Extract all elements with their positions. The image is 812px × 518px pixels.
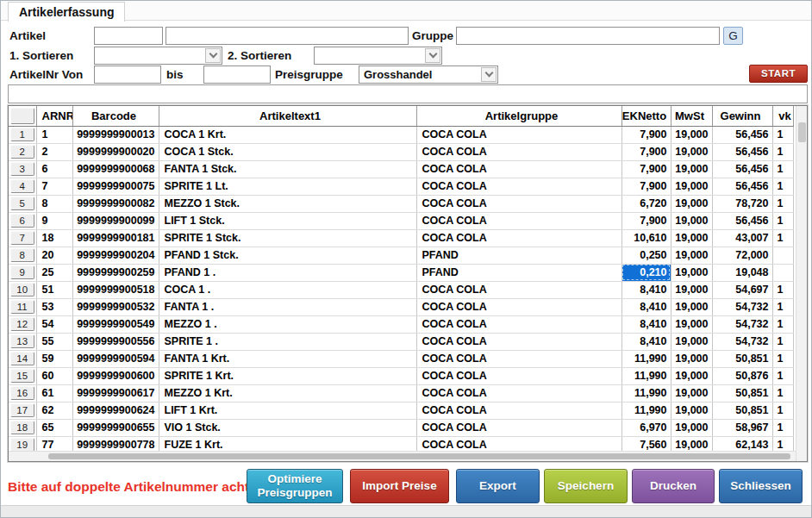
import-preise-button[interactable]: Import Preise [350, 469, 449, 503]
cell-text[interactable]: LIFT 1 Krt. [159, 402, 416, 419]
cell-gruppe[interactable]: COCA COLA [416, 229, 621, 247]
header-gewinn[interactable]: Gewinn [712, 106, 772, 126]
horizontal-scrollbar-thumb[interactable] [48, 453, 790, 459]
cell-gruppe[interactable]: COCA COLA [416, 350, 621, 367]
row-number-cell[interactable]: 7 [9, 229, 36, 247]
cell-arnr[interactable]: 9 [36, 212, 72, 229]
cell-gruppe[interactable]: COCA COLA [416, 143, 621, 160]
row-number-cell[interactable]: 5 [9, 195, 36, 212]
cell-ek[interactable]: 10,610 [621, 229, 671, 247]
cell-text[interactable]: FANTA 1 . [159, 298, 416, 315]
cell-gewinn[interactable]: 54,732 [712, 333, 772, 350]
cell-vk[interactable]: 1 [772, 212, 793, 229]
cell-arnr[interactable]: 6 [36, 160, 72, 178]
cell-mwst[interactable]: 19,000 [671, 298, 712, 315]
tab-artikelerfassung[interactable]: Artikelerfassung [8, 2, 125, 22]
cell-mwst[interactable]: 19,000 [671, 229, 712, 247]
cell-vk[interactable]: 1 [772, 178, 793, 195]
cell-gewinn[interactable]: 19,048 [712, 264, 772, 281]
cell-ek[interactable]: 6,720 [621, 195, 671, 212]
sort1-dropdown[interactable] [94, 47, 222, 65]
cell-text[interactable]: MEZZO 1 . [159, 315, 416, 333]
cell-arnr[interactable]: 25 [36, 264, 72, 281]
cell-mwst[interactable]: 19,000 [671, 419, 712, 436]
cell-barcode[interactable]: 9999999900082 [72, 195, 159, 212]
row-number-cell[interactable]: 10 [9, 281, 36, 298]
cell-text[interactable]: COCA 1 Stck. [159, 143, 416, 160]
cell-mwst[interactable]: 19,000 [671, 126, 712, 143]
cell-text[interactable]: PFAND 1 . [159, 264, 416, 281]
cell-ek[interactable]: 0,210 [621, 264, 671, 281]
cell-ek[interactable]: 11,990 [621, 384, 671, 402]
cell-mwst[interactable]: 19,000 [671, 212, 712, 229]
gruppe-input[interactable] [456, 27, 720, 45]
speichern-button[interactable]: Speichern [544, 469, 628, 503]
cell-gruppe[interactable]: COCA COLA [416, 195, 621, 212]
cell-barcode[interactable]: 9999999900556 [72, 333, 159, 350]
schliessen-button[interactable]: Schliessen [719, 469, 803, 503]
export-button[interactable]: Export [456, 469, 540, 503]
header-barcode[interactable]: Barcode [72, 106, 159, 126]
cell-mwst[interactable]: 19,000 [671, 402, 712, 419]
cell-barcode[interactable]: 9999999900259 [72, 264, 159, 281]
cell-barcode[interactable]: 9999999900600 [72, 367, 159, 384]
row-number-cell[interactable]: 14 [9, 350, 36, 367]
row-number-cell[interactable]: 16 [9, 384, 36, 402]
cell-gewinn[interactable]: 54,697 [712, 281, 772, 298]
cell-gewinn[interactable]: 72,000 [712, 247, 772, 264]
cell-text[interactable]: FANTA 1 Stck. [159, 160, 416, 178]
cell-barcode[interactable]: 9999999900518 [72, 281, 159, 298]
cell-mwst[interactable]: 19,000 [671, 350, 712, 367]
cell-arnr[interactable]: 53 [36, 298, 72, 315]
cell-vk[interactable]: 1 [772, 367, 793, 384]
row-number-cell[interactable]: 1 [9, 126, 36, 143]
cell-mwst[interactable]: 19,000 [671, 160, 712, 178]
row-number-cell[interactable]: 2 [9, 143, 36, 160]
cell-mwst[interactable]: 19,000 [671, 281, 712, 298]
cell-barcode[interactable]: 9999999900204 [72, 247, 159, 264]
header-mwst[interactable]: MwSt [671, 106, 712, 126]
cell-mwst[interactable]: 19,000 [671, 195, 712, 212]
cell-barcode[interactable]: 9999999900549 [72, 315, 159, 333]
cell-text[interactable]: MEZZO 1 Stck. [159, 195, 416, 212]
cell-vk[interactable]: 1 [772, 384, 793, 402]
cell-text[interactable]: COCA 1 . [159, 281, 416, 298]
cell-gewinn[interactable]: 56,456 [712, 178, 772, 195]
cell-gruppe[interactable]: PFAND [416, 264, 621, 281]
cell-mwst[interactable]: 19,000 [671, 333, 712, 350]
cell-arnr[interactable]: 8 [36, 195, 72, 212]
cell-arnr[interactable]: 61 [36, 384, 72, 402]
artikelnr-bis-input[interactable] [203, 66, 271, 84]
cell-gewinn[interactable]: 56,456 [712, 160, 772, 178]
cell-vk[interactable]: 1 [772, 143, 793, 160]
cell-ek[interactable]: 8,410 [621, 281, 671, 298]
cell-arnr[interactable]: 51 [36, 281, 72, 298]
cell-gruppe[interactable]: COCA COLA [416, 281, 621, 298]
cell-vk[interactable] [772, 247, 793, 264]
cell-vk[interactable]: 1 [772, 229, 793, 247]
cell-gewinn[interactable]: 54,732 [712, 315, 772, 333]
cell-barcode[interactable]: 9999999900013 [72, 126, 159, 143]
cell-mwst[interactable]: 19,000 [671, 178, 712, 195]
artikel-nr-input[interactable] [94, 27, 163, 45]
cell-ek[interactable]: 7,900 [621, 143, 671, 160]
cell-text[interactable]: VIO 1 Stck. [159, 419, 416, 436]
cell-barcode[interactable]: 9999999900181 [72, 229, 159, 247]
header-artikelgruppe[interactable]: Artikelgruppe [416, 106, 621, 126]
cell-barcode[interactable]: 9999999900624 [72, 402, 159, 419]
sort2-dropdown[interactable] [314, 47, 442, 65]
cell-vk[interactable]: 1 [772, 195, 793, 212]
cell-ek[interactable]: 6,970 [621, 419, 671, 436]
cell-gruppe[interactable]: COCA COLA [416, 384, 621, 402]
cell-ek[interactable]: 7,900 [621, 178, 671, 195]
artikel-text-input[interactable] [166, 27, 409, 45]
header-eknetto[interactable]: EKNetto [621, 106, 671, 126]
cell-mwst[interactable]: 19,000 [671, 315, 712, 333]
row-number-cell[interactable]: 12 [9, 315, 36, 333]
cell-vk[interactable]: 1 [772, 281, 793, 298]
cell-barcode[interactable]: 9999999900068 [72, 160, 159, 178]
cell-mwst[interactable]: 19,000 [671, 367, 712, 384]
row-number-cell[interactable]: 15 [9, 367, 36, 384]
cell-text[interactable]: COCA 1 Krt. [159, 126, 416, 143]
drucken-button[interactable]: Drucken [632, 469, 715, 503]
